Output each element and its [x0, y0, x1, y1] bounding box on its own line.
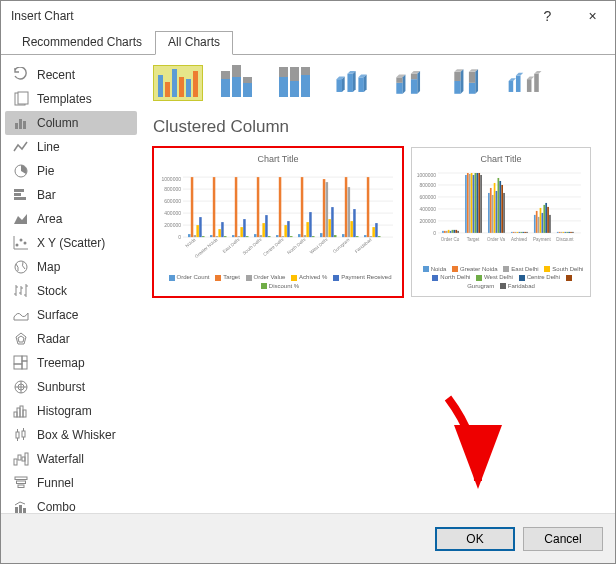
sidebar-item-area[interactable]: Area: [5, 207, 137, 231]
sidebar-item-surface[interactable]: Surface: [5, 303, 137, 327]
sidebar-item-label: Histogram: [37, 404, 92, 418]
svg-rect-8: [14, 197, 26, 200]
sidebar-item-box-whisker[interactable]: Box & Whisker: [5, 423, 137, 447]
sidebar-item-funnel[interactable]: Funnel: [5, 471, 137, 495]
svg-rect-153: [475, 173, 477, 233]
sidebar-item-bar[interactable]: Bar: [5, 183, 137, 207]
svg-rect-110: [353, 209, 356, 237]
svg-text:Order Co: Order Co: [441, 237, 460, 242]
sidebar-item-pie[interactable]: Pie: [5, 159, 137, 183]
sidebar-item-label: X Y (Scatter): [37, 236, 105, 250]
svg-rect-113: [367, 177, 370, 237]
sidebar-item-label: Column: [37, 116, 78, 130]
svg-rect-31: [15, 477, 27, 480]
variant-3d-stacked-column[interactable]: [385, 65, 435, 101]
variant-clustered-column[interactable]: [153, 65, 203, 101]
svg-rect-187: [563, 232, 565, 233]
svg-rect-45: [454, 72, 460, 81]
preview-1-chart: 02000004000006000008000001000000 NoidaGr…: [158, 168, 398, 271]
sidebar-item-label: Stock: [37, 284, 67, 298]
svg-rect-88: [276, 235, 279, 237]
svg-text:800000: 800000: [419, 182, 436, 188]
column-variants-row: [153, 65, 603, 101]
svg-text:Target: Target: [467, 237, 480, 242]
templates-icon: [13, 91, 29, 107]
variant-3d-100-stacked-column[interactable]: [443, 65, 493, 101]
svg-rect-33: [18, 485, 24, 488]
svg-rect-84: [260, 235, 263, 237]
sidebar-item-line[interactable]: Line: [5, 135, 137, 159]
close-button[interactable]: ×: [570, 1, 615, 31]
variant-stacked-column[interactable]: [211, 65, 261, 101]
svg-rect-2: [15, 123, 18, 129]
svg-rect-192: [572, 232, 574, 233]
stock-icon: [13, 283, 29, 299]
svg-rect-66: [194, 235, 197, 237]
variant-3d-clustered-column[interactable]: [327, 65, 377, 101]
cancel-button[interactable]: Cancel: [523, 527, 603, 551]
svg-rect-150: [469, 174, 471, 233]
preview-2-chart: 02000004000006000008000001000000 Order C…: [416, 168, 586, 263]
svg-rect-176: [536, 211, 538, 233]
help-button[interactable]: ?: [525, 1, 570, 31]
svg-rect-77: [235, 177, 238, 237]
svg-rect-86: [265, 215, 268, 237]
chart-preview-2[interactable]: Chart Title 0200000400000600000800000100…: [411, 147, 591, 297]
svg-rect-78: [238, 236, 241, 237]
svg-rect-182: [547, 207, 549, 233]
ok-button[interactable]: OK: [435, 527, 515, 551]
sidebar-item-stock[interactable]: Stock: [5, 279, 137, 303]
svg-rect-148: [465, 175, 467, 233]
sidebar-item-label: Surface: [37, 308, 78, 322]
sidebar-item-sunburst[interactable]: Sunburst: [5, 375, 137, 399]
svg-point-11: [24, 242, 27, 245]
svg-rect-99: [312, 236, 315, 237]
svg-rect-102: [326, 182, 329, 237]
sidebar-item-radar[interactable]: Radar: [5, 327, 137, 351]
dialog-footer: OK Cancel: [1, 513, 615, 563]
sidebar-item-scatter[interactable]: X Y (Scatter): [5, 231, 137, 255]
svg-rect-91: [284, 225, 287, 237]
svg-rect-171: [520, 232, 522, 233]
sidebar-item-recent[interactable]: Recent: [5, 63, 137, 87]
svg-rect-82: [254, 234, 257, 237]
sidebar-item-combo[interactable]: Combo: [5, 495, 137, 513]
svg-rect-43: [411, 74, 417, 79]
svg-rect-83: [257, 177, 260, 237]
chart-preview-1[interactable]: Chart Title 0200000400000600000800000100…: [153, 147, 403, 297]
svg-text:1000000: 1000000: [417, 172, 437, 178]
dialog-title: Insert Chart: [11, 9, 74, 23]
svg-text:Centre Delhi: Centre Delhi: [262, 237, 284, 257]
variant-100-stacked-column[interactable]: [269, 65, 319, 101]
svg-rect-165: [503, 193, 505, 233]
svg-rect-167: [513, 232, 515, 233]
sidebar-item-histogram[interactable]: Histogram: [5, 399, 137, 423]
sidebar-item-label: Combo: [37, 500, 76, 513]
preview-1-legend: Order Count Target Order Value Achived %…: [158, 271, 398, 292]
svg-rect-65: [191, 177, 194, 237]
sidebar-item-label: Waterfall: [37, 452, 84, 466]
sidebar-item-column[interactable]: Column: [5, 111, 137, 135]
tab-strip: Recommended Charts All Charts: [1, 31, 615, 55]
svg-rect-64: [188, 234, 191, 237]
tab-recommended[interactable]: Recommended Charts: [9, 31, 155, 55]
svg-rect-180: [543, 205, 545, 233]
variant-3d-column[interactable]: [501, 65, 551, 101]
sidebar-item-waterfall[interactable]: Waterfall: [5, 447, 137, 471]
svg-rect-149: [467, 173, 469, 233]
svg-rect-183: [549, 215, 551, 233]
sidebar-item-label: Pie: [37, 164, 54, 178]
svg-rect-24: [23, 410, 26, 417]
sidebar-item-label: Radar: [37, 332, 70, 346]
sidebar-item-templates[interactable]: Templates: [5, 87, 137, 111]
column-icon: [13, 115, 29, 131]
sidebar-item-map[interactable]: Map: [5, 255, 137, 279]
surface-icon: [13, 307, 29, 323]
svg-rect-80: [243, 219, 246, 237]
svg-rect-185: [559, 232, 561, 233]
sidebar-item-treemap[interactable]: Treemap: [5, 351, 137, 375]
tab-all-charts[interactable]: All Charts: [155, 31, 233, 55]
histogram-icon: [13, 403, 29, 419]
svg-point-9: [16, 244, 19, 247]
svg-rect-116: [375, 223, 378, 237]
